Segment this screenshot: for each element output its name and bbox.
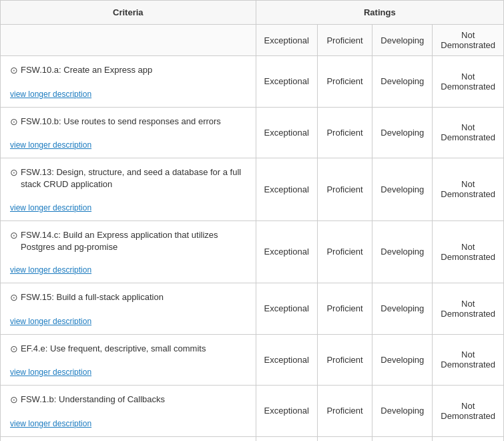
criteria-subheader xyxy=(1,25,256,56)
table-row: ⊙FSW.10.b: Use routes to send responses … xyxy=(1,107,504,158)
exceptional-cell[interactable]: Exceptional xyxy=(256,334,317,386)
view-longer-link[interactable]: view longer description xyxy=(10,265,91,275)
not-demonstrated-cell[interactable]: Not Demonstrated xyxy=(433,107,504,158)
ratings-header: Ratings xyxy=(256,1,503,25)
not-demonstrated-subheader: Not Demonstrated xyxy=(433,25,504,56)
criteria-icon: ⊙ xyxy=(10,116,18,129)
exceptional-cell[interactable]: Exceptional xyxy=(256,283,317,334)
exceptional-cell[interactable]: Exceptional xyxy=(256,56,317,108)
not-demonstrated-cell[interactable]: Not Demonstrated xyxy=(433,158,504,220)
criteria-title-text: FSW.10.a: Create an Express app xyxy=(21,64,152,76)
criteria-header: Criteria xyxy=(1,1,256,25)
developing-cell[interactable]: Developing xyxy=(372,56,433,108)
developing-subheader: Developing xyxy=(372,25,433,56)
table-row: ⊙FSW.10.a: Create an Express appview lon… xyxy=(1,56,504,108)
view-longer-link[interactable]: view longer description xyxy=(10,368,91,377)
proficient-cell[interactable]: Proficient xyxy=(317,283,372,334)
criteria-title-text: FSW.1.b: Understanding of Callbacks xyxy=(21,394,165,406)
exceptional-cell[interactable]: Exceptional xyxy=(256,386,317,437)
developing-cell[interactable]: Developing xyxy=(372,220,433,283)
criteria-cell: ⊙FSW.14.c: Build an Express application … xyxy=(1,220,256,283)
developing-cell[interactable]: Developing xyxy=(372,436,433,441)
developing-cell[interactable]: Developing xyxy=(372,334,433,386)
proficient-cell[interactable]: Proficient xyxy=(317,436,372,441)
table-row: ⊙FSW.15: Build a full-stack applicationv… xyxy=(1,283,504,334)
table-row: ⊙FSW.14.c: Build an Express application … xyxy=(1,220,504,283)
not-demonstrated-cell[interactable]: Not Demonstrated xyxy=(433,56,504,108)
view-longer-link[interactable]: view longer description xyxy=(10,140,91,150)
exceptional-subheader: Exceptional xyxy=(256,25,317,56)
exceptional-cell[interactable]: Exceptional xyxy=(256,220,317,283)
view-longer-link[interactable]: view longer description xyxy=(10,90,91,99)
criteria-cell: ⊙FSW.10.a: Create an Express appview lon… xyxy=(1,56,256,108)
criteria-title-text: FSW.15: Build a full-stack application xyxy=(21,291,164,303)
criteria-icon: ⊙ xyxy=(10,291,18,305)
criteria-icon: ⊙ xyxy=(10,394,18,407)
criteria-icon: ⊙ xyxy=(10,343,18,356)
criteria-cell: ⊙FSW.10.b: Use routes to send responses … xyxy=(1,107,256,158)
criteria-cell: ⊙EF.4.e: Use frequent, descriptive, smal… xyxy=(1,334,256,386)
criteria-cell: ⊙FSW.1.b: Understanding of Callbacksview… xyxy=(1,386,256,437)
criteria-cell: ⊙FSW.13: Design, structure, and seed a d… xyxy=(1,158,256,220)
view-longer-link[interactable]: view longer description xyxy=(10,317,91,326)
criteria-title-text: EF.4.e: Use frequent, descriptive, small… xyxy=(21,343,206,355)
view-longer-link[interactable]: view longer description xyxy=(10,203,91,212)
table-row: ⊙FSW.1: Write clean, readable JavaScript… xyxy=(1,436,504,441)
criteria-icon: ⊙ xyxy=(10,64,18,78)
proficient-subheader: Proficient xyxy=(317,25,372,56)
proficient-cell[interactable]: Proficient xyxy=(317,386,372,437)
exceptional-cell[interactable]: Exceptional xyxy=(256,158,317,220)
table-row: ⊙EF.4.e: Use frequent, descriptive, smal… xyxy=(1,334,504,386)
developing-cell[interactable]: Developing xyxy=(372,107,433,158)
table-row: ⊙FSW.1.b: Understanding of Callbacksview… xyxy=(1,386,504,437)
proficient-cell[interactable]: Proficient xyxy=(317,158,372,220)
not-demonstrated-cell[interactable]: Not Demonstrated xyxy=(433,386,504,437)
developing-cell[interactable]: Developing xyxy=(372,386,433,437)
developing-cell[interactable]: Developing xyxy=(372,283,433,334)
developing-cell[interactable]: Developing xyxy=(372,158,433,220)
exceptional-cell[interactable]: Exceptional xyxy=(256,107,317,158)
criteria-title-text: FSW.10.b: Use routes to send responses a… xyxy=(21,116,221,128)
criteria-title-text: FSW.14.c: Build an Express application t… xyxy=(21,229,246,253)
criteria-cell: ⊙FSW.15: Build a full-stack applicationv… xyxy=(1,283,256,334)
table-row: ⊙FSW.13: Design, structure, and seed a d… xyxy=(1,158,504,220)
proficient-cell[interactable]: Proficient xyxy=(317,107,372,158)
criteria-title-text: FSW.13: Design, structure, and seed a da… xyxy=(21,166,246,190)
rubric-table: Criteria Ratings Exceptional Proficient … xyxy=(0,0,504,441)
criteria-cell: ⊙FSW.1: Write clean, readable JavaScript… xyxy=(1,436,256,441)
not-demonstrated-cell[interactable]: Not Demonstrated xyxy=(433,283,504,334)
not-demonstrated-cell[interactable]: Not Demonstrated xyxy=(433,220,504,283)
not-demonstrated-cell[interactable]: Not Demonstrated xyxy=(433,436,504,441)
proficient-cell[interactable]: Proficient xyxy=(317,220,372,283)
criteria-icon: ⊙ xyxy=(10,166,18,180)
proficient-cell[interactable]: Proficient xyxy=(317,56,372,108)
exceptional-cell[interactable]: Exceptional xyxy=(256,436,317,441)
proficient-cell[interactable]: Proficient xyxy=(317,334,372,386)
criteria-icon: ⊙ xyxy=(10,229,18,243)
view-longer-link[interactable]: view longer description xyxy=(10,419,91,428)
not-demonstrated-cell[interactable]: Not Demonstrated xyxy=(433,334,504,386)
